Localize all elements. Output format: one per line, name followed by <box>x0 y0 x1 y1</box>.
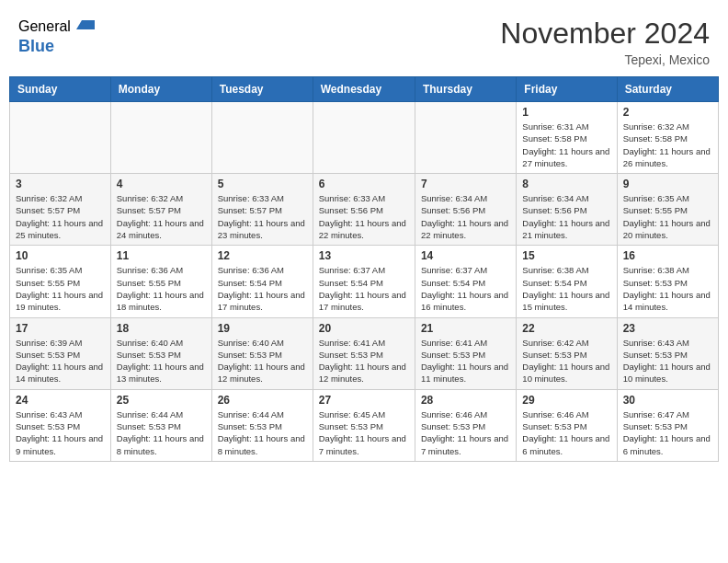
day-cell: 4Sunrise: 6:32 AM Sunset: 5:57 PM Daylig… <box>110 174 211 246</box>
calendar-wrapper: Sunday Monday Tuesday Wednesday Thursday… <box>0 76 728 471</box>
week-row-5: 24Sunrise: 6:43 AM Sunset: 5:53 PM Dayli… <box>10 389 719 461</box>
day-cell <box>110 102 211 174</box>
day-cell: 12Sunrise: 6:36 AM Sunset: 5:54 PM Dayli… <box>211 246 313 317</box>
day-info: Sunrise: 6:38 AM Sunset: 5:54 PM Dayligh… <box>522 264 610 313</box>
day-number: 23 <box>623 322 712 335</box>
day-number: 1 <box>522 106 610 119</box>
col-tuesday: Tuesday <box>211 77 313 102</box>
day-info: Sunrise: 6:38 AM Sunset: 5:53 PM Dayligh… <box>623 264 712 313</box>
day-info: Sunrise: 6:43 AM Sunset: 5:53 PM Dayligh… <box>16 408 105 457</box>
week-row-4: 17Sunrise: 6:39 AM Sunset: 5:53 PM Dayli… <box>10 317 719 389</box>
day-info: Sunrise: 6:40 AM Sunset: 5:53 PM Dayligh… <box>117 337 206 385</box>
day-cell: 5Sunrise: 6:33 AM Sunset: 5:57 PM Daylig… <box>211 174 313 246</box>
day-info: Sunrise: 6:42 AM Sunset: 5:53 PM Dayligh… <box>522 337 610 385</box>
day-cell: 21Sunrise: 6:41 AM Sunset: 5:53 PM Dayli… <box>415 317 516 389</box>
day-cell: 30Sunrise: 6:47 AM Sunset: 5:53 PM Dayli… <box>617 389 718 461</box>
day-info: Sunrise: 6:39 AM Sunset: 5:53 PM Dayligh… <box>16 337 105 385</box>
day-info: Sunrise: 6:37 AM Sunset: 5:54 PM Dayligh… <box>319 264 409 313</box>
week-row-3: 10Sunrise: 6:35 AM Sunset: 5:55 PM Dayli… <box>10 246 719 317</box>
day-cell: 11Sunrise: 6:36 AM Sunset: 5:55 PM Dayli… <box>110 246 211 317</box>
day-info: Sunrise: 6:32 AM Sunset: 5:57 PM Dayligh… <box>16 192 105 241</box>
day-cell: 28Sunrise: 6:46 AM Sunset: 5:53 PM Dayli… <box>415 389 516 461</box>
day-cell: 23Sunrise: 6:43 AM Sunset: 5:53 PM Dayli… <box>617 317 718 389</box>
day-info: Sunrise: 6:32 AM Sunset: 5:57 PM Dayligh… <box>117 192 206 241</box>
day-cell <box>211 102 313 174</box>
week-row-2: 3Sunrise: 6:32 AM Sunset: 5:57 PM Daylig… <box>10 174 719 246</box>
day-cell <box>415 102 516 174</box>
day-cell: 17Sunrise: 6:39 AM Sunset: 5:53 PM Dayli… <box>10 317 111 389</box>
day-number: 20 <box>319 322 409 335</box>
day-info: Sunrise: 6:44 AM Sunset: 5:53 PM Dayligh… <box>117 408 206 457</box>
logo-blue-text: Blue <box>18 37 54 55</box>
day-number: 30 <box>623 394 712 407</box>
day-number: 21 <box>421 322 510 335</box>
day-cell: 8Sunrise: 6:34 AM Sunset: 5:56 PM Daylig… <box>517 174 617 246</box>
day-number: 18 <box>117 322 206 335</box>
day-cell: 27Sunrise: 6:45 AM Sunset: 5:53 PM Dayli… <box>313 389 415 461</box>
day-number: 6 <box>319 178 409 190</box>
col-monday: Monday <box>110 77 211 102</box>
day-info: Sunrise: 6:46 AM Sunset: 5:53 PM Dayligh… <box>421 408 510 457</box>
day-number: 26 <box>218 394 307 407</box>
calendar-header-row: Sunday Monday Tuesday Wednesday Thursday… <box>10 77 719 102</box>
col-wednesday: Wednesday <box>313 77 415 102</box>
day-cell <box>10 102 111 174</box>
logo-general-text: General <box>18 18 71 35</box>
day-number: 10 <box>16 249 105 262</box>
day-cell: 15Sunrise: 6:38 AM Sunset: 5:54 PM Dayli… <box>517 246 617 317</box>
day-info: Sunrise: 6:45 AM Sunset: 5:53 PM Dayligh… <box>319 408 409 457</box>
day-cell <box>313 102 415 174</box>
day-cell: 16Sunrise: 6:38 AM Sunset: 5:53 PM Dayli… <box>617 246 718 317</box>
day-info: Sunrise: 6:37 AM Sunset: 5:54 PM Dayligh… <box>421 264 510 313</box>
col-saturday: Saturday <box>617 77 718 102</box>
day-number: 15 <box>522 249 610 262</box>
day-number: 12 <box>218 249 307 262</box>
day-cell: 22Sunrise: 6:42 AM Sunset: 5:53 PM Dayli… <box>517 317 617 389</box>
day-info: Sunrise: 6:36 AM Sunset: 5:55 PM Dayligh… <box>117 264 206 313</box>
day-info: Sunrise: 6:32 AM Sunset: 5:58 PM Dayligh… <box>623 121 712 169</box>
day-number: 13 <box>319 249 409 262</box>
day-cell: 20Sunrise: 6:41 AM Sunset: 5:53 PM Dayli… <box>313 317 415 389</box>
day-number: 25 <box>117 394 206 407</box>
day-number: 5 <box>218 178 307 190</box>
col-sunday: Sunday <box>10 77 111 102</box>
day-number: 8 <box>522 178 610 190</box>
day-cell: 18Sunrise: 6:40 AM Sunset: 5:53 PM Dayli… <box>110 317 211 389</box>
week-row-1: 1Sunrise: 6:31 AM Sunset: 5:58 PM Daylig… <box>10 102 719 174</box>
day-info: Sunrise: 6:46 AM Sunset: 5:53 PM Dayligh… <box>522 408 610 457</box>
day-number: 9 <box>623 178 712 190</box>
day-cell: 26Sunrise: 6:44 AM Sunset: 5:53 PM Dayli… <box>211 389 313 461</box>
day-number: 14 <box>421 249 510 262</box>
day-info: Sunrise: 6:35 AM Sunset: 5:55 PM Dayligh… <box>623 192 712 241</box>
day-cell: 10Sunrise: 6:35 AM Sunset: 5:55 PM Dayli… <box>10 246 111 317</box>
day-info: Sunrise: 6:41 AM Sunset: 5:53 PM Dayligh… <box>319 337 409 385</box>
day-info: Sunrise: 6:43 AM Sunset: 5:53 PM Dayligh… <box>623 337 712 385</box>
day-cell: 24Sunrise: 6:43 AM Sunset: 5:53 PM Dayli… <box>10 389 111 461</box>
day-info: Sunrise: 6:35 AM Sunset: 5:55 PM Dayligh… <box>16 264 105 313</box>
title-area: November 2024 Tepexi, Mexico <box>500 17 710 67</box>
day-info: Sunrise: 6:40 AM Sunset: 5:53 PM Dayligh… <box>218 337 307 385</box>
day-number: 3 <box>16 178 105 190</box>
day-cell: 7Sunrise: 6:34 AM Sunset: 5:56 PM Daylig… <box>415 174 516 246</box>
month-title: November 2024 <box>500 17 710 51</box>
day-cell: 25Sunrise: 6:44 AM Sunset: 5:53 PM Dayli… <box>110 389 211 461</box>
day-number: 7 <box>421 178 510 190</box>
day-info: Sunrise: 6:47 AM Sunset: 5:53 PM Dayligh… <box>623 408 712 457</box>
day-info: Sunrise: 6:34 AM Sunset: 5:56 PM Dayligh… <box>421 192 510 241</box>
day-info: Sunrise: 6:33 AM Sunset: 5:56 PM Dayligh… <box>319 192 409 241</box>
day-number: 22 <box>522 322 610 335</box>
day-cell: 3Sunrise: 6:32 AM Sunset: 5:57 PM Daylig… <box>10 174 111 246</box>
logo-icon <box>74 17 95 37</box>
day-number: 24 <box>16 394 105 407</box>
day-info: Sunrise: 6:33 AM Sunset: 5:57 PM Dayligh… <box>218 192 307 241</box>
day-info: Sunrise: 6:34 AM Sunset: 5:56 PM Dayligh… <box>522 192 610 241</box>
day-cell: 14Sunrise: 6:37 AM Sunset: 5:54 PM Dayli… <box>415 246 516 317</box>
day-number: 11 <box>117 249 206 262</box>
day-info: Sunrise: 6:44 AM Sunset: 5:53 PM Dayligh… <box>218 408 307 457</box>
day-cell: 2Sunrise: 6:32 AM Sunset: 5:58 PM Daylig… <box>617 102 718 174</box>
day-cell: 19Sunrise: 6:40 AM Sunset: 5:53 PM Dayli… <box>211 317 313 389</box>
day-cell: 29Sunrise: 6:46 AM Sunset: 5:53 PM Dayli… <box>517 389 617 461</box>
day-info: Sunrise: 6:31 AM Sunset: 5:58 PM Dayligh… <box>522 121 610 169</box>
day-cell: 1Sunrise: 6:31 AM Sunset: 5:58 PM Daylig… <box>517 102 617 174</box>
day-number: 17 <box>16 322 105 335</box>
